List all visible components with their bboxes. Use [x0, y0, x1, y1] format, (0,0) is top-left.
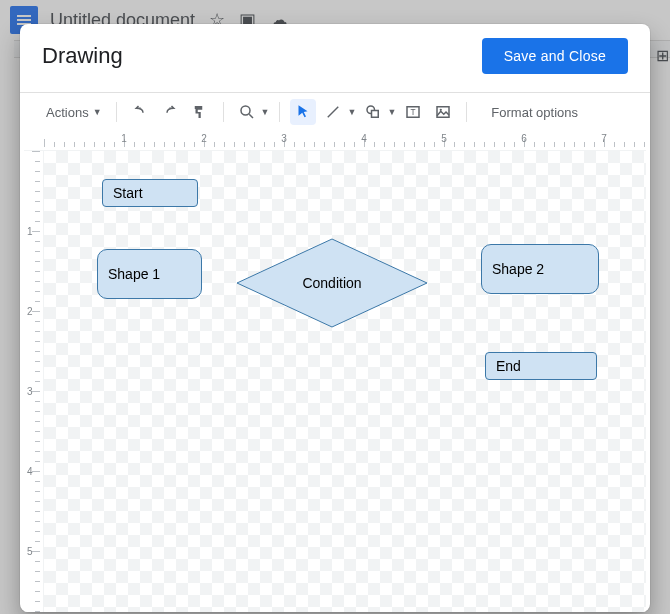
svg-point-0: [241, 106, 250, 115]
svg-rect-4: [372, 111, 379, 118]
shape-1[interactable]: Shape 1: [97, 249, 202, 299]
drawing-toolbar: Actions ▼ ▼ ▼: [20, 93, 650, 131]
shape-label: Shape 2: [492, 261, 544, 277]
separator: [116, 102, 117, 122]
image-tool-button[interactable]: [430, 99, 456, 125]
save-and-close-button[interactable]: Save and Close: [482, 38, 628, 74]
line-tool-button[interactable]: ▼: [320, 99, 356, 125]
paint-format-icon: [191, 103, 209, 121]
shape-2[interactable]: Shape 2: [481, 244, 599, 294]
svg-text:T: T: [411, 108, 416, 117]
format-options-button[interactable]: Format options: [487, 102, 582, 123]
horizontal-ruler[interactable]: 1234567: [24, 131, 646, 151]
svg-point-8: [440, 109, 442, 111]
line-icon: [324, 103, 342, 121]
svg-line-2: [328, 107, 339, 118]
separator: [279, 102, 280, 122]
svg-line-1: [249, 114, 253, 118]
shape-label: Start: [113, 185, 143, 201]
image-icon: [434, 103, 452, 121]
separator: [223, 102, 224, 122]
shape-tool-button[interactable]: ▼: [360, 99, 396, 125]
undo-icon: [131, 103, 149, 121]
shape-condition[interactable]: Condition: [236, 238, 428, 328]
chevron-down-icon: ▼: [93, 107, 102, 117]
modal-header: Drawing Save and Close: [20, 24, 650, 86]
textbox-tool-button[interactable]: T: [400, 99, 426, 125]
cursor-icon: [294, 103, 312, 121]
side-panel-toggle: ⊞: [654, 40, 670, 70]
chevron-down-icon: ▼: [261, 107, 270, 117]
shape-label: End: [496, 358, 521, 374]
paint-format-button[interactable]: [187, 99, 213, 125]
vertical-ruler[interactable]: 123456: [24, 151, 44, 612]
modal-title: Drawing: [42, 43, 123, 69]
actions-menu[interactable]: Actions ▼: [42, 102, 106, 123]
drawing-canvas[interactable]: Start Shape 1 Condition Shape 2 End: [44, 151, 646, 612]
redo-button[interactable]: [157, 99, 183, 125]
actions-label: Actions: [46, 105, 89, 120]
select-tool-button[interactable]: [290, 99, 316, 125]
shape-start[interactable]: Start: [102, 179, 198, 207]
shape-icon: [364, 103, 382, 121]
chevron-down-icon: ▼: [347, 107, 356, 117]
redo-icon: [161, 103, 179, 121]
transparency-grid: [44, 151, 646, 612]
zoom-icon: [238, 103, 256, 121]
zoom-menu[interactable]: ▼: [234, 99, 270, 125]
shape-label: Condition: [302, 275, 361, 291]
undo-button[interactable]: [127, 99, 153, 125]
textbox-icon: T: [404, 103, 422, 121]
chevron-down-icon: ▼: [387, 107, 396, 117]
drawing-modal: Drawing Save and Close Actions ▼ ▼: [20, 24, 650, 612]
shape-label: Shape 1: [108, 266, 160, 282]
shape-end[interactable]: End: [485, 352, 597, 380]
separator: [466, 102, 467, 122]
svg-rect-7: [437, 107, 449, 118]
